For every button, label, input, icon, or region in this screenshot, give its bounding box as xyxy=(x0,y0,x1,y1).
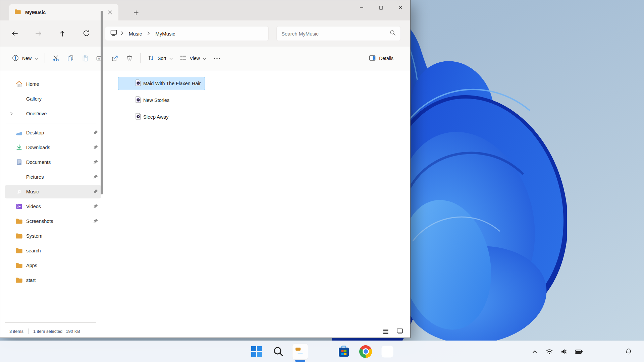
new-tab-button[interactable] xyxy=(130,8,142,18)
sidebar-item-desktop[interactable]: Desktop xyxy=(5,126,101,139)
svg-text:A: A xyxy=(98,57,100,60)
hidden-icons-chevron-icon[interactable] xyxy=(529,345,541,358)
sidebar: Home Gallery OneDrive Desktop xyxy=(0,70,108,325)
sidebar-item-videos[interactable]: Videos xyxy=(5,200,101,213)
folder-icon xyxy=(14,9,21,16)
sidebar-item-home[interactable]: Home xyxy=(5,77,101,91)
desktop-icon xyxy=(15,129,23,136)
search-box xyxy=(276,26,401,41)
search-icon[interactable] xyxy=(390,30,396,37)
sidebar-divider-line xyxy=(109,70,109,324)
breadcrumb-item-music[interactable]: Music xyxy=(127,30,144,38)
taskbar-microsoft-store-icon[interactable] xyxy=(336,344,352,360)
share-icon[interactable] xyxy=(107,51,122,66)
copy-icon[interactable] xyxy=(63,51,78,66)
maximize-button[interactable] xyxy=(371,0,391,15)
details-button[interactable]: Details xyxy=(365,51,397,66)
sidebar-item-label: Screenshots xyxy=(26,219,53,224)
refresh-icon[interactable] xyxy=(79,27,93,40)
folder-icon xyxy=(15,277,23,283)
svg-text:♫: ♫ xyxy=(384,348,391,356)
sidebar-item-label: start xyxy=(26,278,36,283)
details-view-toggle-icon[interactable] xyxy=(381,326,391,336)
breadcrumb-item-mymusic[interactable]: MyMusic xyxy=(153,30,177,38)
plus-circle-icon xyxy=(12,54,19,63)
cut-icon[interactable] xyxy=(48,51,63,66)
window-controls xyxy=(352,0,410,15)
file-name: New Stories xyxy=(143,98,169,103)
search-input[interactable] xyxy=(281,31,390,37)
details-button-label: Details xyxy=(379,56,393,61)
sidebar-item-start[interactable]: start xyxy=(5,274,101,287)
command-bar: New A Sor xyxy=(0,47,410,70)
rename-icon[interactable]: A xyxy=(93,51,107,66)
divider xyxy=(140,53,141,63)
tab-close-icon[interactable] xyxy=(105,7,115,17)
close-button[interactable] xyxy=(391,0,410,15)
item-count: 3 items xyxy=(9,329,23,334)
taskbar-chrome-icon[interactable] xyxy=(358,344,374,360)
sidebar-item-label: Videos xyxy=(26,204,41,209)
sidebar-bottom-divider xyxy=(5,322,96,323)
start-button[interactable] xyxy=(249,344,265,360)
sidebar-item-label: search xyxy=(26,248,41,253)
home-icon xyxy=(15,80,23,88)
breadcrumb-chevron-icon xyxy=(121,31,123,37)
folder-icon xyxy=(15,262,23,268)
up-icon[interactable] xyxy=(56,27,69,40)
taskbar-file-explorer-icon[interactable] xyxy=(292,344,308,360)
file-row-sleep-away[interactable]: Sleep Away xyxy=(118,110,173,124)
paste-icon[interactable] xyxy=(78,51,93,66)
back-icon[interactable] xyxy=(8,27,21,40)
navigation-bar: Music MyMusic xyxy=(0,20,410,47)
media-file-icon xyxy=(135,79,141,87)
new-button[interactable]: New xyxy=(8,51,41,66)
videos-icon xyxy=(15,203,23,210)
sidebar-item-label: Apps xyxy=(26,263,37,268)
sidebar-item-apps[interactable]: Apps xyxy=(5,259,101,272)
sidebar-item-downloads[interactable]: Downloads xyxy=(5,141,101,154)
pin-icon xyxy=(93,174,98,181)
view-button[interactable]: View xyxy=(176,51,210,66)
sidebar-item-label: Documents xyxy=(26,160,51,165)
volume-icon[interactable] xyxy=(558,345,570,358)
taskbar-itunes-icon[interactable]: ♫ xyxy=(379,344,395,360)
file-explorer-window: MyMusic xyxy=(0,0,411,338)
tab-title: MyMusic xyxy=(25,10,105,15)
divider xyxy=(28,328,29,334)
taskbar-edge-icon[interactable] xyxy=(314,344,330,360)
sidebar-item-music[interactable]: Music xyxy=(5,185,101,198)
documents-icon xyxy=(15,159,23,166)
chevron-down-icon xyxy=(35,56,38,61)
sidebar-item-documents[interactable]: Documents xyxy=(5,156,101,169)
onedrive-icon xyxy=(15,110,23,117)
file-name: Sleep Away xyxy=(143,114,169,120)
taskbar-search-icon[interactable] xyxy=(270,344,286,360)
forward-icon[interactable] xyxy=(32,27,45,40)
battery-icon[interactable] xyxy=(573,345,585,358)
file-row-maid-with-the-flaxen-hair[interactable]: Maid With The Flaxen Hair xyxy=(118,77,205,90)
sidebar-item-screenshots[interactable]: Screenshots xyxy=(5,215,101,228)
this-pc-icon[interactable] xyxy=(110,29,117,38)
sort-button[interactable]: Sort xyxy=(144,51,176,66)
selection-size: 190 KB xyxy=(66,329,80,334)
file-list: Maid With The Flaxen Hair New Stories Sl… xyxy=(118,77,205,127)
sidebar-item-label: Pictures xyxy=(26,174,44,180)
thumbnail-view-toggle-icon[interactable] xyxy=(395,326,405,336)
sidebar-item-search[interactable]: search xyxy=(5,244,101,257)
sidebar-item-gallery[interactable]: Gallery xyxy=(5,92,101,106)
expand-chevron-icon[interactable] xyxy=(8,112,15,116)
minimize-button[interactable] xyxy=(352,0,371,15)
delete-icon[interactable] xyxy=(122,51,137,66)
sidebar-item-onedrive[interactable]: OneDrive xyxy=(5,107,101,120)
sidebar-item-pictures[interactable]: Pictures xyxy=(5,170,101,184)
sidebar-scrollbar[interactable] xyxy=(101,11,103,194)
sidebar-item-system[interactable]: System xyxy=(5,229,101,243)
file-row-new-stories[interactable]: New Stories xyxy=(118,94,174,107)
wifi-icon[interactable] xyxy=(543,345,555,358)
breadcrumb[interactable]: Music MyMusic xyxy=(105,26,269,41)
sidebar-item-label: Gallery xyxy=(26,96,42,102)
folder-icon xyxy=(15,233,23,239)
see-more-icon[interactable] xyxy=(210,51,224,66)
notifications-bell-icon[interactable] xyxy=(621,345,636,358)
